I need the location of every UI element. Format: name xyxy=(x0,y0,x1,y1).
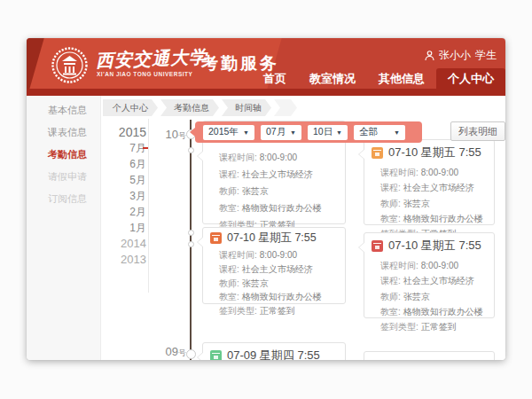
attendance-card-partial[interactable] xyxy=(364,351,495,360)
card-date-title: 07-10 星期五 7:55 xyxy=(388,145,481,160)
nav-item-other-info[interactable]: 其他信息 xyxy=(367,68,436,89)
field-label: 教室: xyxy=(219,203,239,213)
field-label: 课程时间: xyxy=(219,153,257,162)
attendance-card[interactable]: 07-10 星期五 7:55 课程时间:8:00-9:00 课程:社会主义市场经… xyxy=(364,232,495,318)
timeline-scale-item-2013[interactable]: 2013 xyxy=(101,252,146,268)
calendar-status-icon xyxy=(210,350,222,361)
day-marker-unit: 号 xyxy=(178,348,186,357)
breadcrumb-trailing-chevron xyxy=(274,99,297,116)
field-label: 教师: xyxy=(380,199,401,208)
chevron-down-icon: ▼ xyxy=(394,129,400,136)
field-label: 签到类型: xyxy=(219,306,257,316)
university-name-en: XI'AN JIAO TONG UNIVERSITY xyxy=(97,71,192,77)
breadcrumb-attendance-info[interactable]: 考勤信息 xyxy=(160,99,219,116)
attendance-card[interactable]: 07-09 星期四 7:55 xyxy=(202,342,346,360)
timeline-scale-item-may[interactable]: 5月 xyxy=(101,172,146,188)
category-dropdown[interactable]: 全部▼ xyxy=(354,125,405,140)
sidebar-item-leave-request[interactable]: 请假申请 xyxy=(27,166,100,188)
day-marker-unit: 号 xyxy=(178,131,186,140)
timeline-scale-item-jun[interactable]: 6月 xyxy=(101,156,146,172)
user-role: 学生 xyxy=(475,48,497,63)
field-value: 社会主义市场经济 xyxy=(403,183,474,192)
field-value: 格物致知行政办公楼 xyxy=(242,203,322,213)
field-value: 正常签到 xyxy=(421,322,457,332)
month-dropdown[interactable]: 07月▼ xyxy=(261,125,301,140)
attendance-card[interactable]: 07-10 星期五 7:55 课程时间:8:00-9:00 课程:社会主义市场经… xyxy=(202,227,346,304)
field-value: 8:00-9:00 xyxy=(421,261,458,270)
nav-item-personal-center[interactable]: 个人中心 xyxy=(436,68,505,89)
field-value: 张芸京 xyxy=(242,186,269,196)
day-marker-number: 09 xyxy=(166,345,178,358)
university-name-cn: 西安交通大学 xyxy=(96,45,208,73)
sidebar-item-basic-info[interactable]: 基本信息 xyxy=(27,99,100,121)
chevron-down-icon: ▼ xyxy=(336,129,342,136)
day-dropdown[interactable]: 10日▼ xyxy=(308,125,348,140)
field-label: 签到类型: xyxy=(380,322,419,332)
field-value: 张芸京 xyxy=(403,292,430,301)
field-value: 社会主义市场经济 xyxy=(403,276,474,286)
calendar-status-icon xyxy=(372,240,383,252)
timeline-node[interactable] xyxy=(186,349,196,359)
nav-item-classroom-status[interactable]: 教室情况 xyxy=(298,68,367,89)
timeline-axis xyxy=(190,120,192,360)
sidebar-item-attendance-info[interactable]: 考勤信息 xyxy=(27,144,100,166)
field-value: 8:00-9:00 xyxy=(421,168,458,177)
user-icon xyxy=(425,51,434,61)
user-name: 张小小 xyxy=(439,48,471,63)
chevron-down-icon: ▼ xyxy=(243,129,249,136)
day-marker-09: 09号 xyxy=(153,343,186,359)
calendar-status-icon xyxy=(372,147,383,159)
main-nav: 首页 教室情况 其他信息 个人中心 xyxy=(252,68,505,89)
app-window: 西安交通大学 XI'AN JIAO TONG UNIVERSITY 考勤服务 张… xyxy=(27,38,505,360)
timeline-scale-item-mar[interactable]: 3月 xyxy=(101,188,146,204)
day-marker-10: 10号 xyxy=(153,126,186,142)
field-value: 社会主义市场经济 xyxy=(242,264,313,274)
field-value: 张芸京 xyxy=(242,278,269,288)
chevron-down-icon: ▼ xyxy=(290,129,296,136)
filter-bar: 2015年▼ 07月▼ 10日▼ 全部▼ xyxy=(195,121,422,143)
field-label: 课程: xyxy=(380,183,401,192)
year-dropdown[interactable]: 2015年▼ xyxy=(203,125,254,140)
breadcrumb: 个人中心 考勤信息 时间轴 xyxy=(103,99,297,116)
field-value: 格物致知行政办公楼 xyxy=(242,292,322,301)
field-value: 社会主义市场经济 xyxy=(242,169,313,179)
field-label: 教师: xyxy=(219,186,239,196)
field-label: 课程时间: xyxy=(380,168,419,177)
nav-item-home[interactable]: 首页 xyxy=(252,68,298,89)
timeline-node[interactable] xyxy=(188,230,194,236)
sidebar-item-course-schedule[interactable]: 课表信息 xyxy=(27,121,100,144)
university-seal-logo xyxy=(51,46,89,84)
timeline-scale-item-jan[interactable]: 1月 xyxy=(101,220,146,236)
timeline-year-scale: 2015 7月 6月 5月 3月 2月 1月 2014 2013 xyxy=(101,124,146,268)
field-value: 8:00-9:00 xyxy=(260,153,297,162)
field-value: 8:00-9:00 xyxy=(260,250,297,260)
list-detail-button[interactable]: 列表明细 xyxy=(450,121,505,141)
field-label: 课程时间: xyxy=(219,250,257,260)
timeline-node[interactable] xyxy=(188,147,194,153)
timeline-node[interactable] xyxy=(188,241,194,247)
field-label: 课程: xyxy=(219,264,239,274)
header-bottom-strip xyxy=(27,89,505,96)
timeline-scale-item-2015[interactable]: 2015 xyxy=(101,124,146,140)
user-account[interactable]: 张小小 学生 xyxy=(425,48,497,63)
sidebar: 基本信息 课表信息 考勤信息 请假申请 订阅信息 xyxy=(27,96,101,360)
field-label: 课程时间: xyxy=(380,261,419,270)
field-value: 正常签到 xyxy=(260,306,295,316)
timeline-scale-item-feb[interactable]: 2月 xyxy=(101,204,146,220)
breadcrumb-timeline[interactable]: 时间轴 xyxy=(222,99,271,116)
day-dropdown-value: 10日 xyxy=(313,126,332,138)
card-date-title: 07-10 星期五 7:55 xyxy=(227,231,317,246)
month-dropdown-value: 07月 xyxy=(266,126,286,138)
attendance-card[interactable]: 07-10 星期五 7:55 课程时间:8:00-9:00 课程:社会主义市场经… xyxy=(364,139,495,225)
card-date-title: 07-09 星期四 7:55 xyxy=(227,348,320,360)
timeline-scale-item-jul[interactable]: 7月 xyxy=(101,140,146,156)
sidebar-item-subscription-info[interactable]: 订阅信息 xyxy=(27,188,100,210)
timeline-scale-item-2014[interactable]: 2014 xyxy=(101,236,146,252)
app-header: 西安交通大学 XI'AN JIAO TONG UNIVERSITY 考勤服务 张… xyxy=(27,38,505,96)
breadcrumb-personal-center[interactable]: 个人中心 xyxy=(103,99,158,116)
field-label: 课程: xyxy=(380,276,401,286)
content-area: 个人中心 考勤信息 时间轴 2015 7月 6月 5月 3月 2月 1月 201… xyxy=(101,96,505,360)
field-value: 格物致知行政办公楼 xyxy=(403,214,483,223)
field-value: 张芸京 xyxy=(403,199,430,208)
scale-divider-line xyxy=(148,119,149,293)
